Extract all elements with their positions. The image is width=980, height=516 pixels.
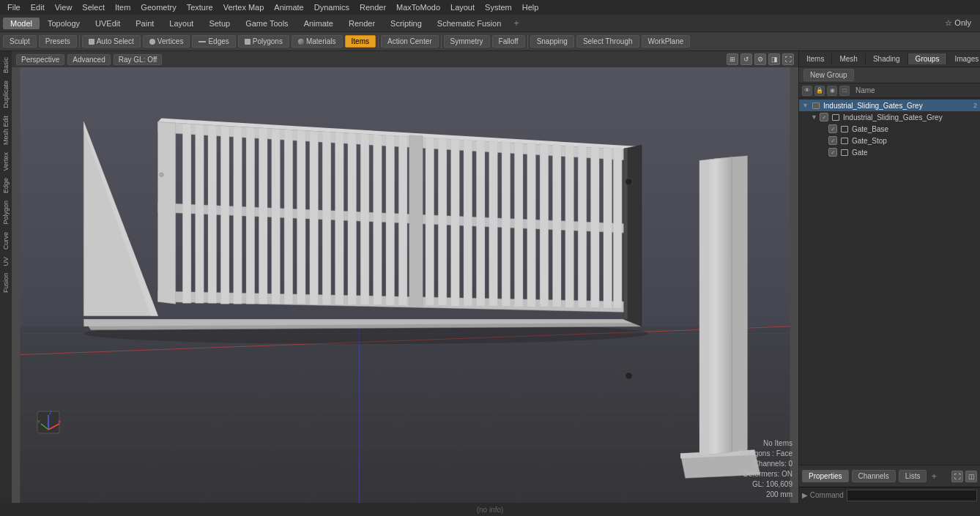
tab-groups[interactable]: Groups bbox=[908, 53, 948, 64]
perspective-button[interactable]: Perspective bbox=[16, 54, 64, 65]
tab-items[interactable]: Items bbox=[799, 53, 832, 64]
materials-button[interactable]: Materials bbox=[292, 35, 343, 48]
gh-icon-render[interactable]: ◉ bbox=[827, 86, 837, 96]
symmetry-button[interactable]: Symmetry bbox=[444, 35, 490, 48]
menu-texture[interactable]: Texture bbox=[182, 2, 218, 12]
tree-item-gate-base[interactable]: ▶ ✓ Gate_Base bbox=[799, 123, 980, 135]
gate-label: Gate bbox=[852, 149, 977, 157]
new-group-row: New Group bbox=[799, 67, 980, 83]
tab-model[interactable]: Model bbox=[3, 18, 40, 29]
sculpt-button[interactable]: Sculpt bbox=[3, 35, 37, 48]
viewport-icon-5[interactable]: ⛶ bbox=[782, 53, 794, 65]
select-through-button[interactable]: Select Through bbox=[576, 35, 639, 48]
menu-item[interactable]: Item bbox=[111, 2, 135, 12]
vertices-button[interactable]: Vertices bbox=[143, 35, 190, 48]
tab-schematic[interactable]: Schematic Fusion bbox=[430, 18, 508, 29]
sidebar-tab-vertex[interactable]: Vertex bbox=[1, 149, 10, 174]
tab-setup[interactable]: Setup bbox=[201, 18, 237, 29]
svg-marker-45 bbox=[386, 135, 395, 305]
svg-marker-52 bbox=[476, 140, 485, 306]
tab-animate[interactable]: Animate bbox=[297, 18, 341, 29]
sidebar-tab-edge[interactable]: Edge bbox=[1, 175, 10, 196]
root-expand-icon[interactable]: ▼ bbox=[802, 102, 811, 109]
workplane-button[interactable]: WorkPlane bbox=[642, 35, 691, 48]
separator2 bbox=[378, 35, 379, 48]
tab-render[interactable]: Render bbox=[341, 18, 382, 29]
menu-layout[interactable]: Layout bbox=[446, 2, 479, 12]
isg-icon bbox=[831, 113, 841, 121]
tree-root-item[interactable]: ▼ Industrial_Sliding_Gates_Grey 2 bbox=[799, 100, 980, 111]
falloff-button[interactable]: Falloff bbox=[492, 35, 525, 48]
menu-animate[interactable]: Animate bbox=[270, 2, 308, 12]
tab-game-tools[interactable]: Game Tools bbox=[238, 18, 296, 29]
menu-view[interactable]: View bbox=[51, 2, 77, 12]
menu-edit[interactable]: Edit bbox=[26, 2, 49, 12]
items-button[interactable]: Items bbox=[345, 35, 376, 48]
auto-select-button[interactable]: Auto Select bbox=[82, 35, 141, 48]
tab-topology[interactable]: Topology bbox=[40, 18, 87, 29]
viewport-icon-2[interactable]: ↺ bbox=[740, 53, 752, 65]
menu-geometry[interactable]: Geometry bbox=[136, 2, 180, 12]
svg-text:Y: Y bbox=[37, 419, 40, 424]
menu-vertex-map[interactable]: Vertex Map bbox=[219, 2, 269, 12]
tab-mesh[interactable]: Mesh bbox=[832, 53, 865, 64]
viewport-icon-3[interactable]: ⚙ bbox=[754, 53, 766, 65]
viewport-icon-1[interactable]: ⊞ bbox=[727, 53, 738, 65]
menu-help[interactable]: Help bbox=[518, 2, 543, 12]
sidebar-tab-mesh-edit[interactable]: Mesh Edit bbox=[1, 113, 10, 148]
svg-marker-26 bbox=[158, 121, 176, 304]
snapping-button[interactable]: Snapping bbox=[530, 35, 574, 48]
edges-button[interactable]: Edges bbox=[192, 35, 235, 48]
prop-tab-lists[interactable]: Lists bbox=[899, 470, 927, 482]
viewport[interactable]: Perspective Advanced Ray GL: Off ⊞ ↺ ⚙ ◨… bbox=[12, 51, 798, 503]
menu-bar: File Edit View Select Item Geometry Text… bbox=[0, 0, 980, 15]
noinfo-bar: (no info) bbox=[0, 503, 980, 516]
sidebar-tab-polygon[interactable]: Polygon bbox=[1, 198, 10, 228]
isg-expand-icon[interactable]: ▼ bbox=[811, 113, 820, 121]
action-center-button[interactable]: Action Center bbox=[381, 35, 439, 48]
sidebar-tab-curve[interactable]: Curve bbox=[1, 229, 10, 253]
presets-button[interactable]: Presets bbox=[39, 35, 77, 48]
tab-images[interactable]: Images bbox=[947, 53, 980, 64]
tree-item-gate[interactable]: ▶ ✓ Gate bbox=[799, 146, 980, 158]
prop-tab-properties[interactable]: Properties bbox=[802, 470, 849, 482]
sidebar-tab-fusion[interactable]: Fusion bbox=[1, 270, 10, 296]
tree-item-isg[interactable]: ▼ ✓ Industrial_Sliding_Gates_Grey bbox=[799, 111, 980, 123]
menu-maxtomodo[interactable]: MaxToModo bbox=[392, 2, 445, 12]
tab-plus[interactable]: + bbox=[509, 16, 524, 30]
svg-marker-63 bbox=[613, 148, 622, 308]
svg-marker-36 bbox=[272, 129, 281, 304]
menu-dynamics[interactable]: Dynamics bbox=[310, 2, 354, 12]
advanced-button[interactable]: Advanced bbox=[67, 54, 110, 65]
cmd-input[interactable] bbox=[847, 490, 977, 501]
tab-shading[interactable]: Shading bbox=[866, 53, 908, 64]
gate-base-check[interactable]: ✓ bbox=[828, 124, 837, 133]
tab-uvedit[interactable]: UVEdit bbox=[88, 18, 127, 29]
tab-layout[interactable]: Layout bbox=[162, 18, 201, 29]
sidebar-tab-duplicate[interactable]: Duplicate bbox=[1, 78, 10, 111]
prop-tab-channels[interactable]: Channels bbox=[852, 470, 896, 482]
isg-check[interactable]: ✓ bbox=[820, 113, 828, 121]
prop-tab-plus[interactable]: + bbox=[931, 471, 937, 482]
gh-icon-lock[interactable]: 🔒 bbox=[814, 86, 825, 96]
gate-check[interactable]: ✓ bbox=[828, 148, 837, 157]
menu-file[interactable]: File bbox=[3, 2, 25, 12]
polygons-button[interactable]: Polygons bbox=[238, 35, 289, 48]
svg-marker-71 bbox=[699, 160, 709, 455]
tree-item-gate-stop[interactable]: ▶ ✓ Gate_Stop bbox=[799, 135, 980, 146]
menu-render[interactable]: Render bbox=[355, 2, 390, 12]
gh-icon-box[interactable]: □ bbox=[839, 86, 850, 96]
viewport-icon-4[interactable]: ◨ bbox=[768, 53, 780, 65]
gate-stop-check[interactable]: ✓ bbox=[828, 136, 837, 145]
menu-select[interactable]: Select bbox=[78, 2, 109, 12]
new-group-button[interactable]: New Group bbox=[803, 69, 854, 81]
tab-paint[interactable]: Paint bbox=[128, 18, 161, 29]
sidebar-tab-uv[interactable]: UV bbox=[1, 254, 10, 269]
prop-collapse-btn[interactable]: ◫ bbox=[965, 471, 977, 482]
ray-gl-button[interactable]: Ray GL: Off bbox=[114, 54, 163, 65]
tab-scripting[interactable]: Scripting bbox=[383, 18, 429, 29]
sidebar-tab-basic[interactable]: Basic bbox=[1, 54, 10, 76]
prop-expand-btn[interactable]: ⛶ bbox=[951, 471, 963, 482]
menu-system[interactable]: System bbox=[480, 2, 516, 12]
gh-icon-eye[interactable]: 👁 bbox=[802, 86, 812, 96]
